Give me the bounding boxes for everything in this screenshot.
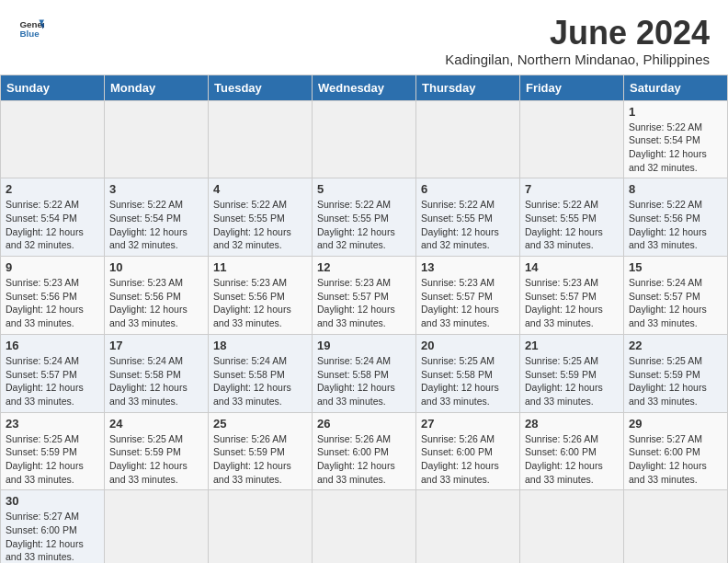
- day-info: Sunrise: 5:23 AMSunset: 5:56 PMDaylight:…: [213, 276, 307, 330]
- day-number: 2: [6, 182, 99, 196]
- daylight-text: Daylight: 12 hours and 33 minutes.: [317, 459, 411, 486]
- day-info: Sunrise: 5:22 AMSunset: 5:56 PMDaylight:…: [629, 198, 722, 252]
- sunset-text: Sunset: 5:54 PM: [109, 212, 203, 225]
- sunset-text: Sunset: 5:55 PM: [421, 212, 515, 225]
- day-info: Sunrise: 5:25 AMSunset: 5:58 PMDaylight:…: [421, 354, 515, 408]
- calendar-week-row: 1Sunrise: 5:22 AMSunset: 5:54 PMDaylight…: [1, 100, 728, 178]
- day-number: 4: [213, 182, 307, 196]
- sunrise-text: Sunrise: 5:24 AM: [317, 354, 411, 368]
- day-number: 24: [109, 417, 203, 431]
- daylight-text: Daylight: 12 hours and 33 minutes.: [109, 459, 203, 486]
- day-number: 13: [421, 260, 515, 274]
- day-number: 23: [6, 417, 99, 431]
- day-info: Sunrise: 5:24 AMSunset: 5:57 PMDaylight:…: [6, 354, 99, 408]
- sunset-text: Sunset: 5:59 PM: [6, 445, 99, 459]
- calendar-cell: 11Sunrise: 5:23 AMSunset: 5:56 PMDayligh…: [209, 257, 313, 335]
- daylight-text: Daylight: 12 hours and 33 minutes.: [421, 381, 515, 408]
- calendar-cell: 17Sunrise: 5:24 AMSunset: 5:58 PMDayligh…: [105, 334, 209, 412]
- calendar-week-row: 16Sunrise: 5:24 AMSunset: 5:57 PMDayligh…: [1, 334, 728, 412]
- sunrise-text: Sunrise: 5:23 AM: [421, 276, 515, 290]
- sunrise-text: Sunrise: 5:25 AM: [525, 354, 619, 368]
- calendar-cell: [416, 100, 520, 178]
- daylight-text: Daylight: 12 hours and 32 minutes.: [213, 225, 307, 252]
- sunrise-text: Sunrise: 5:23 AM: [317, 276, 411, 290]
- calendar-cell: 13Sunrise: 5:23 AMSunset: 5:57 PMDayligh…: [416, 257, 520, 335]
- sunrise-text: Sunrise: 5:23 AM: [525, 276, 619, 290]
- calendar-table: SundayMondayTuesdayWednesdayThursdayFrid…: [0, 75, 728, 563]
- sunrise-text: Sunrise: 5:22 AM: [6, 198, 99, 212]
- day-number: 28: [525, 417, 619, 431]
- col-header-wednesday: Wednesday: [313, 75, 416, 100]
- calendar-cell: 4Sunrise: 5:22 AMSunset: 5:55 PMDaylight…: [209, 178, 313, 257]
- day-number: 1: [629, 105, 722, 119]
- calendar-cell: [520, 100, 624, 178]
- sunset-text: Sunset: 6:00 PM: [629, 445, 722, 459]
- day-number: 26: [317, 417, 411, 431]
- daylight-text: Daylight: 12 hours and 33 minutes.: [525, 225, 619, 252]
- sunset-text: Sunset: 5:56 PM: [6, 290, 99, 304]
- daylight-text: Daylight: 12 hours and 33 minutes.: [629, 303, 722, 329]
- calendar-cell: 9Sunrise: 5:23 AMSunset: 5:56 PMDaylight…: [1, 257, 105, 335]
- sunrise-text: Sunrise: 5:26 AM: [421, 432, 515, 446]
- sunset-text: Sunset: 6:00 PM: [317, 445, 411, 459]
- calendar-cell: 20Sunrise: 5:25 AMSunset: 5:58 PMDayligh…: [416, 334, 520, 412]
- calendar-cell: [105, 490, 209, 563]
- day-info: Sunrise: 5:26 AMSunset: 5:59 PMDaylight:…: [213, 432, 307, 487]
- calendar-cell: 2Sunrise: 5:22 AMSunset: 5:54 PMDaylight…: [1, 178, 105, 257]
- calendar-cell: 8Sunrise: 5:22 AMSunset: 5:56 PMDaylight…: [624, 178, 728, 257]
- sunrise-text: Sunrise: 5:22 AM: [317, 198, 411, 212]
- sunrise-text: Sunrise: 5:25 AM: [629, 354, 722, 368]
- calendar-cell: [416, 490, 520, 563]
- daylight-text: Daylight: 12 hours and 32 minutes.: [109, 225, 203, 252]
- day-number: 30: [6, 494, 99, 508]
- day-info: Sunrise: 5:25 AMSunset: 5:59 PMDaylight:…: [525, 354, 619, 408]
- sunset-text: Sunset: 6:00 PM: [6, 523, 99, 537]
- calendar-week-row: 9Sunrise: 5:23 AMSunset: 5:56 PMDaylight…: [1, 257, 728, 335]
- daylight-text: Daylight: 12 hours and 33 minutes.: [213, 303, 307, 329]
- daylight-text: Daylight: 12 hours and 33 minutes.: [525, 381, 619, 408]
- col-header-saturday: Saturday: [624, 75, 728, 100]
- day-number: 20: [421, 339, 515, 352]
- calendar-cell: 21Sunrise: 5:25 AMSunset: 5:59 PMDayligh…: [520, 334, 624, 412]
- sunset-text: Sunset: 5:54 PM: [6, 212, 99, 225]
- day-number: 15: [629, 260, 722, 274]
- sunrise-text: Sunrise: 5:23 AM: [6, 276, 99, 290]
- calendar-cell: 19Sunrise: 5:24 AMSunset: 5:58 PMDayligh…: [313, 334, 416, 412]
- calendar-cell: 7Sunrise: 5:22 AMSunset: 5:55 PMDaylight…: [520, 178, 624, 257]
- sunset-text: Sunset: 5:59 PM: [213, 445, 307, 459]
- day-info: Sunrise: 5:24 AMSunset: 5:57 PMDaylight:…: [629, 276, 722, 330]
- daylight-text: Daylight: 12 hours and 33 minutes.: [213, 459, 307, 486]
- calendar-cell: 28Sunrise: 5:26 AMSunset: 6:00 PMDayligh…: [520, 412, 624, 490]
- day-info: Sunrise: 5:24 AMSunset: 5:58 PMDaylight:…: [109, 354, 203, 408]
- sunset-text: Sunset: 5:56 PM: [109, 290, 203, 304]
- day-info: Sunrise: 5:25 AMSunset: 5:59 PMDaylight:…: [6, 432, 99, 487]
- daylight-text: Daylight: 12 hours and 33 minutes.: [629, 459, 722, 486]
- day-info: Sunrise: 5:27 AMSunset: 6:00 PMDaylight:…: [6, 510, 99, 563]
- sunrise-text: Sunrise: 5:26 AM: [317, 432, 411, 446]
- calendar-cell: [209, 100, 313, 178]
- sunset-text: Sunset: 5:59 PM: [109, 445, 203, 459]
- day-info: Sunrise: 5:24 AMSunset: 5:58 PMDaylight:…: [317, 354, 411, 408]
- sunrise-text: Sunrise: 5:22 AM: [109, 198, 203, 212]
- sunset-text: Sunset: 5:56 PM: [629, 212, 722, 225]
- day-number: 5: [317, 182, 411, 196]
- sunrise-text: Sunrise: 5:24 AM: [213, 354, 307, 368]
- location-subtitle: Kadingilan, Northern Mindanao, Philippin…: [445, 52, 710, 67]
- sunset-text: Sunset: 5:58 PM: [421, 368, 515, 382]
- logo-icon: General Blue: [18, 15, 44, 40]
- calendar-week-row: 30Sunrise: 5:27 AMSunset: 6:00 PMDayligh…: [1, 490, 728, 563]
- daylight-text: Daylight: 12 hours and 33 minutes.: [109, 381, 203, 408]
- daylight-text: Daylight: 12 hours and 33 minutes.: [421, 459, 515, 486]
- sunrise-text: Sunrise: 5:25 AM: [421, 354, 515, 368]
- sunset-text: Sunset: 5:59 PM: [525, 368, 619, 382]
- col-header-thursday: Thursday: [416, 75, 520, 100]
- day-number: 10: [109, 260, 203, 274]
- daylight-text: Daylight: 12 hours and 33 minutes.: [629, 225, 722, 252]
- svg-text:Blue: Blue: [19, 29, 40, 39]
- day-info: Sunrise: 5:22 AMSunset: 5:54 PMDaylight:…: [6, 198, 99, 252]
- daylight-text: Daylight: 12 hours and 33 minutes.: [6, 459, 99, 486]
- day-number: 8: [629, 182, 722, 196]
- day-info: Sunrise: 5:26 AMSunset: 6:00 PMDaylight:…: [317, 432, 411, 487]
- day-number: 17: [109, 339, 203, 352]
- day-info: Sunrise: 5:22 AMSunset: 5:54 PMDaylight:…: [629, 121, 722, 175]
